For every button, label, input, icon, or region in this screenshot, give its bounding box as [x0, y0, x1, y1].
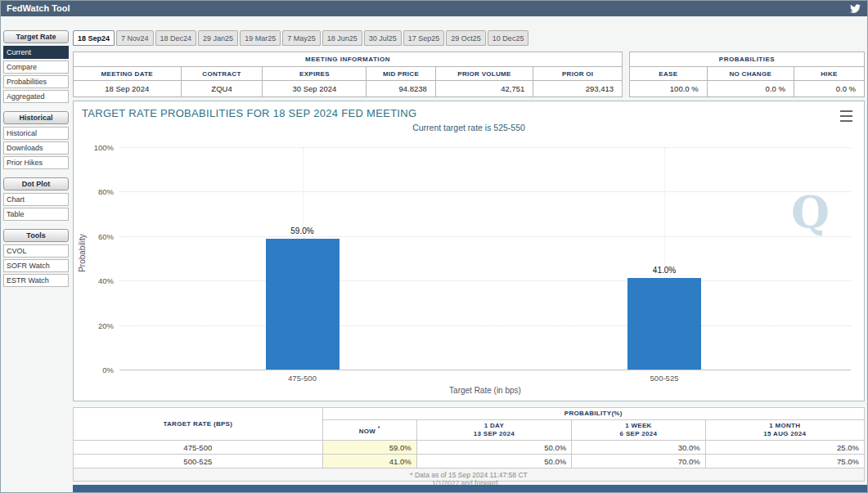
sidebar-item-probabilities[interactable]: Probabilities	[3, 75, 69, 88]
col-1-day: 1 DAY13 SEP 2024	[416, 420, 572, 441]
bar-rect-475-500[interactable]	[266, 239, 340, 370]
week-cell: 30.0%	[572, 441, 705, 455]
meeting-info-header-row: MEETING DATE CONTRACT EXPIRES MID PRICE …	[74, 67, 623, 81]
sidebar-item-current[interactable]: Current	[3, 46, 69, 59]
probability-group-header: PROBABILITY(%)	[322, 408, 864, 420]
tab-29-oct25[interactable]: 29 Oct25	[446, 30, 486, 46]
meeting-date-tabs: 18 Sep24 7 Nov24 18 Dec24 29 Jan25 19 Ma…	[73, 30, 528, 46]
target-rate-probability-chart: TARGET RATE PROBABILITIES FOR 18 SEP 202…	[73, 101, 865, 401]
x-axis-title: Target Rate (in bps)	[119, 386, 851, 395]
col-now: NOW *	[322, 420, 416, 441]
probabilities-header-row: EASE NO CHANGE HIKE	[630, 67, 865, 81]
sidebar-item-compare[interactable]: Compare	[3, 61, 69, 74]
rate-cell: 475-500	[74, 441, 323, 455]
no-change-value: 0.0 %	[707, 81, 794, 97]
table-row-475-500: 475-500 59.0% 50.0% 30.0% 25.0%	[74, 441, 865, 455]
twitter-icon[interactable]	[850, 3, 861, 14]
x-category-500-525: 500-525	[627, 374, 701, 383]
col-prior-volume: PRIOR VOLUME	[435, 67, 533, 81]
plot-area: 100% 80% 60% 40% 20% 0% Q 59.0% 41.0% 47…	[119, 147, 851, 370]
sidebar-section-tools: Tools CVOL SOFR Watch ESTR Watch	[3, 229, 69, 287]
bar-value-label-475-500: 59.0%	[266, 226, 340, 235]
col-ease: EASE	[630, 67, 708, 81]
now-cell: 41.0%	[322, 455, 416, 468]
sidebar-item-historical[interactable]: Historical	[3, 127, 69, 140]
probabilities-title: PROBABILITIES	[630, 52, 865, 67]
tab-18-sep24[interactable]: 18 Sep24	[73, 30, 115, 46]
gridline-20	[119, 325, 851, 326]
y-tick-0: 0%	[102, 365, 114, 374]
prior-volume-value: 42,751	[435, 81, 533, 97]
bar-475-500[interactable]: 59.0%	[266, 147, 340, 370]
tab-29-jan25[interactable]: 29 Jan25	[198, 30, 238, 46]
col-mid-price: MID PRICE	[367, 67, 436, 81]
meeting-info-value-row: 18 Sep 2024 ZQU4 30 Sep 2024 94.8238 42,…	[74, 81, 623, 97]
rate-cell: 500-525	[74, 455, 323, 468]
month-cell: 25.0%	[705, 441, 864, 455]
sidebar-item-downloads[interactable]: Downloads	[3, 141, 69, 155]
sidebar-section-historical: Historical Historical Downloads Prior Hi…	[3, 111, 69, 169]
col-expires: EXPIRES	[263, 67, 367, 81]
x-category-475-500: 475-500	[266, 374, 340, 383]
tab-18-dec24[interactable]: 18 Dec24	[155, 30, 197, 46]
tab-7-may25[interactable]: 7 May25	[282, 30, 321, 46]
y-tick-60: 60%	[98, 231, 114, 240]
titlebar: FedWatch Tool	[1, 1, 867, 16]
col-no-change: NO CHANGE	[707, 67, 794, 81]
col-hike: HIKE	[794, 67, 864, 81]
sidebar-item-sofr-watch[interactable]: SOFR Watch	[3, 259, 69, 272]
bar-500-525[interactable]: 41.0%	[627, 147, 701, 370]
sidebar-item-cvol[interactable]: CVOL	[3, 244, 69, 258]
ease-value: 100.0 %	[630, 81, 708, 97]
col-contract: CONTRACT	[181, 67, 263, 81]
y-tick-20: 20%	[98, 320, 114, 329]
tab-18-jun25[interactable]: 18 Jun25	[322, 30, 362, 46]
meeting-info-title: MEETING INFORMATION	[74, 52, 623, 67]
rate-column-header: TARGET RATE (BPS)	[74, 408, 323, 441]
history-header-row-1: TARGET RATE (BPS) PROBABILITY(%)	[74, 408, 865, 420]
col-meeting-date: MEETING DATE	[74, 67, 182, 81]
sidebar-item-table[interactable]: Table	[3, 208, 69, 221]
tab-30-jul25[interactable]: 30 Jul25	[364, 30, 402, 46]
tab-7-nov24[interactable]: 7 Nov24	[116, 30, 154, 46]
quikstrike-watermark-icon: Q	[791, 186, 830, 239]
tab-17-sep25[interactable]: 17 Sep25	[403, 30, 445, 46]
y-tick-40: 40%	[98, 276, 114, 285]
col-1-week: 1 WEEK6 SEP 2024	[572, 420, 705, 441]
sidebar-header-target-rate[interactable]: Target Rate	[3, 30, 69, 43]
prior-oi-value: 293,413	[533, 81, 623, 97]
expires-value: 30 Sep 2024	[263, 81, 367, 97]
sidebar-item-chart[interactable]: Chart	[3, 193, 69, 206]
col-prior-oi: PRIOR OI	[533, 67, 623, 81]
tab-10-dec25[interactable]: 10 Dec25	[488, 30, 529, 46]
sidebar-section-target-rate: Target Rate Current Compare Probabilitie…	[3, 30, 69, 103]
sidebar-section-dot-plot: Dot Plot Chart Table	[3, 177, 69, 221]
tab-19-mar25[interactable]: 19 Mar25	[240, 30, 281, 46]
meeting-info-table: MEETING INFORMATION MEETING DATE CONTRAC…	[73, 52, 623, 97]
bottom-accent-bar	[73, 485, 867, 492]
day-cell: 50.0%	[416, 441, 572, 455]
y-axis-title: Probability	[78, 221, 87, 286]
mid-price-value: 94.8238	[367, 81, 436, 97]
month-cell: 75.0%	[705, 455, 864, 468]
chart-subtitle: Current target rate is 525-550	[74, 123, 864, 132]
day-cell: 50.0%	[416, 455, 572, 468]
sidebar-header-tools[interactable]: Tools	[3, 229, 69, 242]
y-tick-80: 80%	[98, 187, 114, 196]
probabilities-summary-table: PROBABILITIES EASE NO CHANGE HIKE 100.0 …	[629, 52, 865, 97]
hamburger-menu-icon[interactable]	[840, 110, 852, 122]
chart-title: TARGET RATE PROBABILITIES FOR 18 SEP 202…	[82, 107, 416, 119]
sidebar-header-dot-plot[interactable]: Dot Plot	[3, 177, 69, 190]
gridline-80	[119, 191, 851, 192]
fedwatch-tool-window: FedWatch Tool Target Rate Current Compar…	[0, 0, 868, 493]
sidebar-item-aggregated[interactable]: Aggregated	[3, 90, 69, 103]
sidebar-item-estr-watch[interactable]: ESTR Watch	[3, 274, 69, 287]
bar-rect-500-525[interactable]	[627, 278, 701, 370]
probability-history-table: TARGET RATE (BPS) PROBABILITY(%) NOW * 1…	[73, 407, 865, 482]
sidebar-header-historical[interactable]: Historical	[3, 111, 69, 124]
col-1-month: 1 MONTH15 AUG 2024	[705, 420, 864, 441]
gridline-60	[119, 236, 851, 237]
gridline-40	[119, 280, 851, 281]
now-cell: 59.0%	[322, 441, 416, 455]
sidebar-item-prior-hikes[interactable]: Prior Hikes	[3, 156, 69, 169]
